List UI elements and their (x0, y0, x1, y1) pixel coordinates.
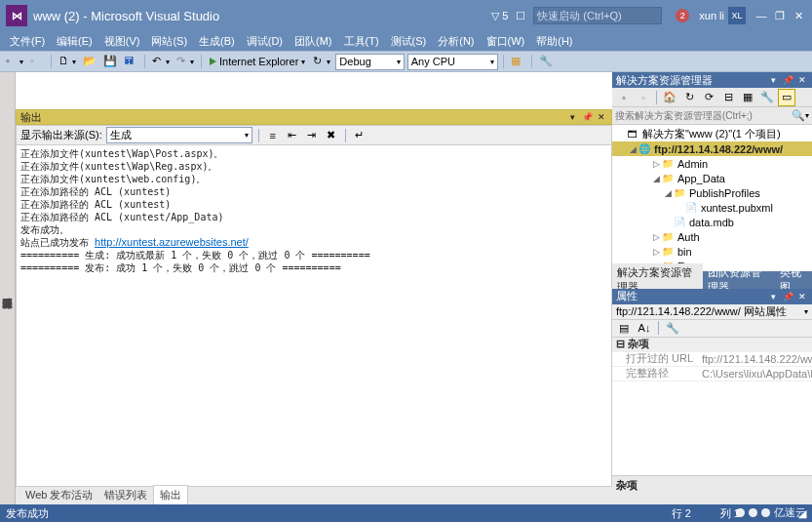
tree-node[interactable]: ▷📁Auth (612, 229, 812, 244)
menu-团队(M)[interactable]: 团队(M) (289, 32, 338, 51)
tree-node[interactable]: ▷📁bin (612, 244, 812, 259)
output-source-select[interactable]: 生成▾ (106, 127, 252, 143)
start-debug-button[interactable]: Internet Explorer ▾ (207, 54, 308, 70)
tree-node[interactable]: ◢🌐ftp://121.14.148.222/www/ (612, 141, 812, 156)
tree-node[interactable]: 🗔解决方案"www (2)"(1 个项目) (612, 127, 812, 141)
main-toolbar: ◦▾ ◦ 🗋▾ 📂 💾 🖬 ↶▾ ↷▾ Internet Explorer ▾ … (0, 51, 812, 72)
props-toolbar: ▤ A↓ 🔧 (612, 320, 812, 338)
tree-node[interactable]: ◢📁PublishProfiles (612, 185, 812, 200)
open-button[interactable]: 📂 (81, 54, 98, 69)
menu-编辑(E)[interactable]: 编辑(E) (51, 32, 98, 51)
restore-button[interactable]: ❐ (772, 8, 788, 23)
feedback-icon[interactable]: ☐ (516, 10, 525, 22)
se-showall-button[interactable]: ▦ (739, 89, 756, 106)
vs-logo-icon: ⋈ (6, 5, 27, 26)
output-tab-0[interactable]: Web 发布活动 (19, 486, 98, 504)
props-az-button[interactable]: A↓ (636, 319, 653, 337)
title-text: www (2) - Microsoft Visual Studio (33, 9, 219, 23)
output-goto-button[interactable]: ≡ (265, 128, 281, 143)
quick-launch-input[interactable]: 快速启动 (Ctrl+Q) (533, 7, 662, 24)
output-wrap-button[interactable]: ↵ (352, 128, 367, 143)
se-search-dd[interactable]: ▾ (805, 111, 809, 120)
user-chip[interactable]: xun li XL (699, 7, 746, 24)
output-source-label: 显示输出来源(S): (20, 128, 102, 142)
browser-refresh-button[interactable]: ↻▾ (311, 54, 332, 69)
search-icon: 🔍 (792, 109, 805, 122)
output-next-button[interactable]: ⇥ (304, 128, 320, 143)
output-close-button[interactable]: ✕ (596, 111, 607, 123)
se-properties-button[interactable]: 🔧 (758, 89, 776, 106)
props-desc: 杂项 (612, 475, 812, 504)
notification-badge[interactable]: 2 (676, 9, 689, 22)
menu-工具(T)[interactable]: 工具(T) (338, 32, 385, 51)
quick-launch-area: ▽ 5 ☐ 快速启动 (Ctrl+Q) 2 (491, 7, 689, 24)
play-icon (210, 58, 216, 65)
config-select[interactable]: Debug▾ (335, 54, 404, 70)
output-title: 输出 (20, 110, 42, 125)
close-button[interactable]: ✕ (791, 8, 806, 23)
find-button[interactable]: 🔧 (537, 54, 555, 69)
se-preview-button[interactable]: ▭ (778, 89, 795, 106)
output-pin-button[interactable]: 📌 (581, 111, 593, 123)
menu-文件(F)[interactable]: 文件(F) (4, 32, 51, 51)
output-tab-1[interactable]: 错误列表 (98, 486, 153, 504)
save-button[interactable]: 💾 (101, 54, 119, 69)
new-project-button[interactable]: 🗋▾ (57, 54, 78, 69)
server-explorer-tab[interactable]: 服务器资源管理器 (0, 287, 15, 293)
output-text[interactable]: 正在添加文件(xuntest\Wap\Post.aspx)。 正在添加文件(xu… (16, 144, 612, 487)
output-dropdown-button[interactable]: ▾ (566, 111, 578, 123)
save-all-button[interactable]: 🖬 (122, 54, 139, 69)
tree-node[interactable]: 📄data.mdb (612, 215, 812, 229)
menu-生成(B)[interactable]: 生成(B) (193, 32, 241, 51)
menu-测试(S)[interactable]: 测试(S) (385, 32, 433, 51)
output-prev-button[interactable]: ⇤ (285, 128, 300, 143)
output-clear-button[interactable]: ✖ (324, 128, 339, 143)
se-fwd-button[interactable]: ◦ (635, 89, 652, 106)
menu-视图(V)[interactable]: 视图(V) (98, 32, 146, 51)
nav-back-button[interactable]: ◦▾ (4, 54, 25, 69)
se-search-input[interactable] (615, 110, 792, 121)
se-collapse-button[interactable]: ⊟ (719, 89, 737, 106)
redo-button[interactable]: ↷▾ (174, 54, 196, 69)
tree-node[interactable]: ◢📁App_Data (612, 171, 812, 185)
props-grid[interactable]: ⊟ 杂项打开过的 URLftp://121.14.148.222/www/完整路… (612, 338, 812, 476)
se-sync-button[interactable]: ↻ (680, 89, 698, 106)
se-close-button[interactable]: ✕ (796, 74, 808, 86)
minimize-button[interactable]: — (754, 8, 769, 23)
menu-帮助(H)[interactable]: 帮助(H) (530, 32, 578, 51)
solution-explorer-header: 解决方案资源管理器 ▾ 📌 ✕ (612, 72, 812, 88)
nav-fwd-button[interactable]: ◦ (28, 54, 46, 69)
se-search[interactable]: 🔍 ▾ (612, 107, 812, 125)
menu-调试(D)[interactable]: 调试(D) (241, 32, 289, 51)
output-panel-header: 输出 ▾ 📌 ✕ (16, 109, 612, 125)
se-pin-button[interactable]: 📌 (782, 74, 793, 86)
tree-node[interactable]: ▷📁Admin (612, 156, 812, 171)
status-line: 行 2 (672, 506, 691, 521)
solution-tree[interactable]: 🗔解决方案"www (2)"(1 个项目)◢🌐ftp://121.14.148.… (612, 125, 812, 271)
props-object[interactable]: ftp://121.14.148.222/www/ 网站属性▾ (612, 304, 812, 320)
se-dropdown-button[interactable]: ▾ (767, 74, 779, 86)
props-page-button[interactable]: 🔧 (664, 319, 681, 337)
flag-icon[interactable]: ▽ 5 (491, 10, 508, 22)
menu-窗口(W)[interactable]: 窗口(W) (481, 32, 531, 51)
props-pin-button[interactable]: 📌 (782, 291, 793, 302)
se-refresh-button[interactable]: ⟳ (700, 89, 717, 106)
se-home-button[interactable]: 🏠 (661, 89, 678, 106)
tree-node[interactable]: 📄xuntest.pubxml (612, 200, 812, 215)
platform-select[interactable]: Any CPU▾ (407, 54, 498, 70)
left-rail: 服务器资源管理器 工具箱 (0, 72, 16, 504)
prop-row[interactable]: 完整路径C:\Users\lixu\AppData\Local\Tem (612, 367, 812, 381)
props-close-button[interactable]: ✕ (796, 291, 808, 302)
se-toolbar: ◦ ◦ 🏠 ↻ ⟳ ⊟ ▦ 🔧 ▭ (612, 88, 812, 107)
output-tab-2[interactable]: 输出 (153, 485, 188, 504)
menu-网站(S)[interactable]: 网站(S) (145, 32, 193, 51)
undo-button[interactable]: ↶▾ (150, 54, 172, 69)
prop-row[interactable]: 打开过的 URLftp://121.14.148.222/www/ (612, 352, 812, 367)
props-dd-button[interactable]: ▾ (767, 291, 779, 302)
se-back-button[interactable]: ◦ (615, 89, 633, 106)
props-cat-button[interactable]: ▤ (615, 319, 633, 337)
menu-bar: 文件(F)编辑(E)视图(V)网站(S)生成(B)调试(D)团队(M)工具(T)… (0, 31, 812, 51)
publish-button[interactable]: ▦ (509, 54, 526, 69)
menu-分析(N)[interactable]: 分析(N) (432, 32, 480, 51)
output-tabs: Web 发布活动错误列表输出 (16, 487, 612, 504)
